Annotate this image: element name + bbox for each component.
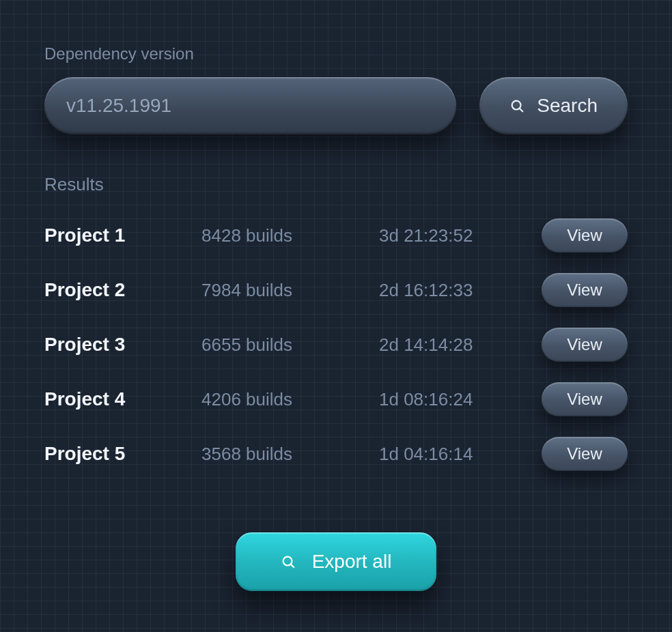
search-icon (509, 98, 524, 113)
dependency-version-label: Dependency version (44, 44, 628, 63)
project-builds: 4206 builds (201, 389, 372, 410)
result-row: Project 3 6655 builds 2d 14:14:28 View (44, 328, 628, 362)
view-button[interactable]: View (542, 218, 628, 253)
view-button[interactable]: View (542, 437, 628, 471)
result-row: Project 4 4206 builds 1d 08:16:24 View (44, 382, 628, 416)
export-wrap: Export all (44, 532, 628, 591)
result-row: Project 1 8428 builds 3d 21:23:52 View (44, 218, 628, 253)
project-age: 3d 21:23:52 (379, 225, 535, 246)
project-age: 1d 04:16:14 (379, 444, 535, 465)
search-row: Search (44, 77, 628, 134)
result-row: Project 2 7984 builds 2d 16:12:33 View (44, 273, 628, 307)
project-builds: 3568 builds (201, 444, 372, 465)
export-all-button[interactable]: Export all (236, 532, 437, 591)
result-row: Project 5 3568 builds 1d 04:16:14 View (44, 437, 628, 471)
svg-line-3 (290, 564, 293, 567)
project-age: 2d 16:12:33 (379, 280, 535, 301)
search-button[interactable]: Search (479, 77, 628, 134)
search-icon (281, 554, 296, 569)
project-name: Project 4 (44, 388, 195, 410)
project-name: Project 2 (44, 279, 195, 301)
results-list: Project 1 8428 builds 3d 21:23:52 View P… (44, 218, 628, 471)
project-name: Project 5 (44, 443, 195, 465)
view-button[interactable]: View (542, 328, 628, 362)
export-all-label: Export all (312, 551, 392, 573)
project-name: Project 3 (44, 334, 195, 356)
project-age: 2d 14:14:28 (379, 334, 535, 356)
project-builds: 8428 builds (201, 225, 372, 246)
project-builds: 7984 builds (201, 280, 372, 301)
results-label: Results (44, 174, 628, 195)
svg-line-1 (520, 109, 522, 111)
dependency-version-input[interactable] (44, 77, 456, 134)
view-button[interactable]: View (542, 382, 628, 416)
project-builds: 6655 builds (201, 334, 372, 356)
view-button[interactable]: View (542, 273, 628, 307)
project-age: 1d 08:16:24 (379, 389, 535, 410)
project-name: Project 1 (44, 225, 195, 246)
search-button-label: Search (537, 95, 598, 117)
